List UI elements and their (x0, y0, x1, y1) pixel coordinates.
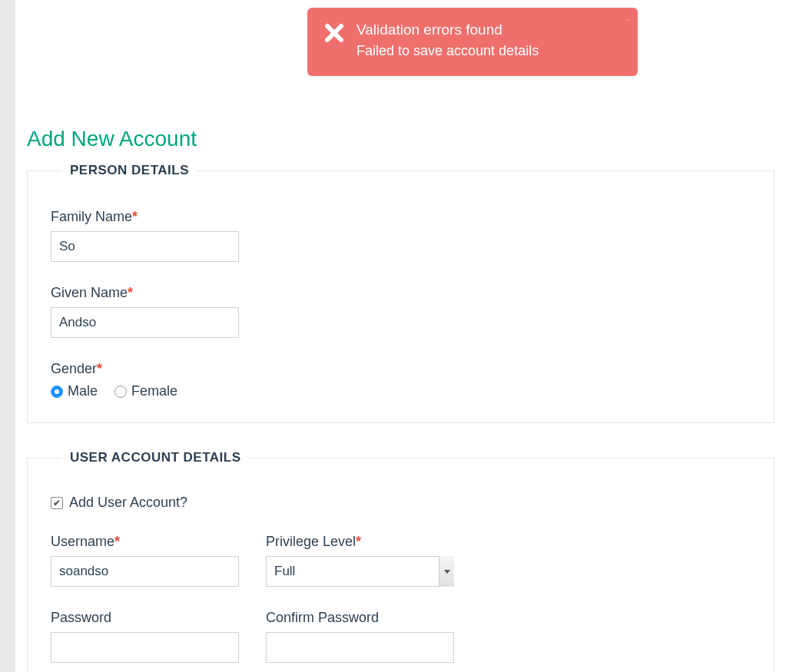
required-marker: * (97, 361, 102, 376)
person-details-section: PERSON DETAILS Family Name* Given Name* … (27, 163, 774, 423)
password-input[interactable] (51, 632, 239, 663)
gender-label-text: Gender (51, 361, 97, 376)
user-account-details-legend: USER ACCOUNT DETAILS (62, 450, 249, 465)
person-details-legend: PERSON DETAILS (62, 163, 197, 178)
add-user-label: Add User Account? (69, 495, 187, 511)
required-marker: * (128, 285, 133, 300)
required-marker: * (356, 534, 361, 549)
given-name-input[interactable] (51, 307, 239, 338)
toast-message: Failed to save account details (357, 43, 539, 59)
confirm-password-label: Confirm Password (266, 610, 454, 626)
gender-female-radio[interactable]: Female (114, 383, 177, 399)
page-title: Add New Account (27, 127, 774, 151)
password-label: Password (51, 610, 239, 626)
username-label: Username* (51, 534, 239, 550)
privilege-level-select[interactable] (266, 556, 454, 587)
validation-toast: Validation errors found Failed to save a… (307, 8, 638, 76)
given-name-label-text: Given Name (51, 285, 128, 300)
user-account-details-section: USER ACCOUNT DETAILS ✔ Add User Account?… (27, 450, 774, 672)
left-stripe (0, 0, 15, 672)
given-name-label: Given Name* (51, 285, 751, 301)
gender-male-label: Male (68, 383, 98, 399)
radio-icon (114, 386, 127, 398)
family-name-label: Family Name* (51, 209, 751, 225)
gender-male-radio[interactable]: Male (51, 383, 98, 399)
error-icon (324, 23, 344, 59)
confirm-password-input[interactable] (266, 632, 454, 663)
required-marker: * (114, 534, 120, 549)
add-user-checkbox[interactable]: ✔ (51, 497, 63, 509)
required-marker: * (132, 209, 138, 224)
username-input[interactable] (51, 556, 239, 587)
family-name-label-text: Family Name (51, 209, 132, 224)
username-label-text: Username (51, 534, 114, 549)
privilege-level-label-text: Privilege Level (266, 534, 356, 549)
gender-female-label: Female (131, 383, 177, 399)
radio-icon (51, 386, 63, 398)
toast-close-icon[interactable]: · (626, 15, 628, 24)
toast-title: Validation errors found (357, 22, 539, 38)
gender-label: Gender* (51, 361, 751, 377)
privilege-level-label: Privilege Level* (266, 534, 454, 550)
family-name-input[interactable] (51, 231, 239, 262)
